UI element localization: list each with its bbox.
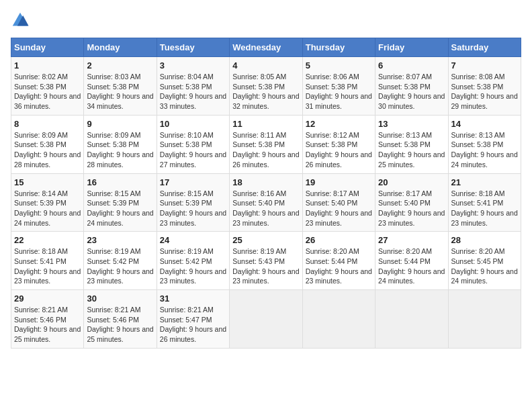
day-info: Sunrise: 8:09 AMSunset: 5:38 PMDaylight:… [14,131,81,169]
calendar-cell: 8 Sunrise: 8:09 AMSunset: 5:38 PMDayligh… [11,115,84,173]
calendar-cell: 17 Sunrise: 8:15 AMSunset: 5:39 PMDaylig… [157,173,229,232]
logo [11,11,32,30]
calendar-cell [302,290,375,349]
day-info: Sunrise: 8:18 AMSunset: 5:41 PMDaylight:… [14,247,81,285]
day-number: 3 [160,60,226,71]
day-number: 11 [232,119,299,129]
day-number: 23 [87,235,153,245]
logo-icon [11,11,30,30]
day-info: Sunrise: 8:11 AMSunset: 5:38 PMDaylight:… [232,131,299,169]
day-info: Sunrise: 8:03 AMSunset: 5:38 PMDaylight:… [87,73,153,110]
calendar-cell: 28 Sunrise: 8:20 AMSunset: 5:45 PMDaylig… [448,232,521,290]
calendar-cell [230,290,302,349]
day-info: Sunrise: 8:20 AMSunset: 5:44 PMDaylight:… [378,247,445,285]
header-saturday: Saturday [448,38,521,57]
week-row-3: 15 Sunrise: 8:14 AMSunset: 5:39 PMDaylig… [11,173,521,232]
day-info: Sunrise: 8:19 AMSunset: 5:43 PMDaylight:… [232,247,299,285]
day-number: 15 [14,177,81,187]
calendar-cell: 6 Sunrise: 8:07 AMSunset: 5:38 PMDayligh… [375,57,448,116]
calendar-cell: 26 Sunrise: 8:20 AMSunset: 5:44 PMDaylig… [302,232,375,290]
day-info: Sunrise: 8:17 AMSunset: 5:40 PMDaylight:… [378,189,445,227]
day-info: Sunrise: 8:20 AMSunset: 5:44 PMDaylight:… [306,247,372,285]
calendar-cell: 3 Sunrise: 8:04 AMSunset: 5:38 PMDayligh… [157,57,229,116]
day-number: 9 [87,119,153,129]
day-info: Sunrise: 8:09 AMSunset: 5:38 PMDaylight:… [87,131,153,169]
day-number: 5 [306,60,372,71]
calendar-cell: 30 Sunrise: 8:21 AMSunset: 5:46 PMDaylig… [84,290,157,349]
day-info: Sunrise: 8:19 AMSunset: 5:42 PMDaylight:… [87,247,153,285]
calendar-cell: 16 Sunrise: 8:15 AMSunset: 5:39 PMDaylig… [84,173,157,232]
header-tuesday: Tuesday [157,38,229,57]
day-number: 22 [14,235,81,245]
header [11,11,521,30]
calendar-cell: 5 Sunrise: 8:06 AMSunset: 5:38 PMDayligh… [302,57,375,116]
day-info: Sunrise: 8:13 AMSunset: 5:38 PMDaylight:… [378,131,445,169]
calendar-header-row: SundayMondayTuesdayWednesdayThursdayFrid… [11,38,521,57]
day-number: 4 [232,60,299,71]
calendar-cell: 1 Sunrise: 8:02 AMSunset: 5:38 PMDayligh… [11,57,84,116]
day-number: 20 [378,177,445,187]
calendar-cell: 11 Sunrise: 8:11 AMSunset: 5:38 PMDaylig… [230,115,302,173]
week-row-5: 29 Sunrise: 8:21 AMSunset: 5:46 PMDaylig… [11,290,521,349]
week-row-2: 8 Sunrise: 8:09 AMSunset: 5:38 PMDayligh… [11,115,521,173]
day-number: 10 [160,119,226,129]
day-number: 14 [451,119,518,129]
day-info: Sunrise: 8:16 AMSunset: 5:40 PMDaylight:… [232,189,299,227]
day-info: Sunrise: 8:14 AMSunset: 5:39 PMDaylight:… [14,189,81,227]
day-number: 13 [378,119,445,129]
header-friday: Friday [375,38,448,57]
calendar-cell: 23 Sunrise: 8:19 AMSunset: 5:42 PMDaylig… [84,232,157,290]
day-number: 2 [87,60,153,71]
day-info: Sunrise: 8:17 AMSunset: 5:40 PMDaylight:… [306,189,372,227]
calendar-cell: 22 Sunrise: 8:18 AMSunset: 5:41 PMDaylig… [11,232,84,290]
day-number: 21 [451,177,518,187]
day-number: 26 [306,235,372,245]
day-info: Sunrise: 8:10 AMSunset: 5:38 PMDaylight:… [160,131,226,169]
calendar-table: SundayMondayTuesdayWednesdayThursdayFrid… [11,38,521,349]
day-info: Sunrise: 8:21 AMSunset: 5:46 PMDaylight:… [14,306,81,343]
day-info: Sunrise: 8:02 AMSunset: 5:38 PMDaylight:… [14,73,81,110]
calendar-cell: 27 Sunrise: 8:20 AMSunset: 5:44 PMDaylig… [375,232,448,290]
calendar-cell: 18 Sunrise: 8:16 AMSunset: 5:40 PMDaylig… [230,173,302,232]
day-info: Sunrise: 8:04 AMSunset: 5:38 PMDaylight:… [160,73,226,110]
header-wednesday: Wednesday [230,38,302,57]
calendar-cell: 2 Sunrise: 8:03 AMSunset: 5:38 PMDayligh… [84,57,157,116]
day-info: Sunrise: 8:18 AMSunset: 5:41 PMDaylight:… [451,189,518,227]
calendar-cell: 10 Sunrise: 8:10 AMSunset: 5:38 PMDaylig… [157,115,229,173]
calendar-cell [375,290,448,349]
day-info: Sunrise: 8:15 AMSunset: 5:39 PMDaylight:… [160,189,226,227]
day-info: Sunrise: 8:07 AMSunset: 5:38 PMDaylight:… [378,73,445,110]
day-number: 30 [87,293,153,304]
day-number: 17 [160,177,226,187]
calendar-cell: 29 Sunrise: 8:21 AMSunset: 5:46 PMDaylig… [11,290,84,349]
header-thursday: Thursday [302,38,375,57]
day-info: Sunrise: 8:21 AMSunset: 5:47 PMDaylight:… [160,306,226,343]
calendar-cell [448,290,521,349]
calendar-cell: 25 Sunrise: 8:19 AMSunset: 5:43 PMDaylig… [230,232,302,290]
day-number: 27 [378,235,445,245]
calendar-cell: 31 Sunrise: 8:21 AMSunset: 5:47 PMDaylig… [157,290,229,349]
header-monday: Monday [84,38,157,57]
day-info: Sunrise: 8:05 AMSunset: 5:38 PMDaylight:… [232,73,299,110]
calendar-cell: 13 Sunrise: 8:13 AMSunset: 5:38 PMDaylig… [375,115,448,173]
day-number: 12 [306,119,372,129]
day-info: Sunrise: 8:06 AMSunset: 5:38 PMDaylight:… [306,73,372,110]
day-info: Sunrise: 8:08 AMSunset: 5:38 PMDaylight:… [451,73,518,110]
day-number: 7 [451,60,518,71]
day-info: Sunrise: 8:19 AMSunset: 5:42 PMDaylight:… [160,247,226,285]
calendar-cell: 14 Sunrise: 8:13 AMSunset: 5:38 PMDaylig… [448,115,521,173]
day-number: 8 [14,119,81,129]
calendar-cell: 7 Sunrise: 8:08 AMSunset: 5:38 PMDayligh… [448,57,521,116]
week-row-1: 1 Sunrise: 8:02 AMSunset: 5:38 PMDayligh… [11,57,521,116]
calendar-cell: 12 Sunrise: 8:12 AMSunset: 5:38 PMDaylig… [302,115,375,173]
calendar-cell: 15 Sunrise: 8:14 AMSunset: 5:39 PMDaylig… [11,173,84,232]
day-number: 6 [378,60,445,71]
day-number: 31 [160,293,226,304]
day-info: Sunrise: 8:15 AMSunset: 5:39 PMDaylight:… [87,189,153,227]
day-number: 29 [14,293,81,304]
calendar-cell: 4 Sunrise: 8:05 AMSunset: 5:38 PMDayligh… [230,57,302,116]
calendar-cell: 21 Sunrise: 8:18 AMSunset: 5:41 PMDaylig… [448,173,521,232]
day-number: 19 [306,177,372,187]
day-number: 25 [232,235,299,245]
calendar-cell: 19 Sunrise: 8:17 AMSunset: 5:40 PMDaylig… [302,173,375,232]
